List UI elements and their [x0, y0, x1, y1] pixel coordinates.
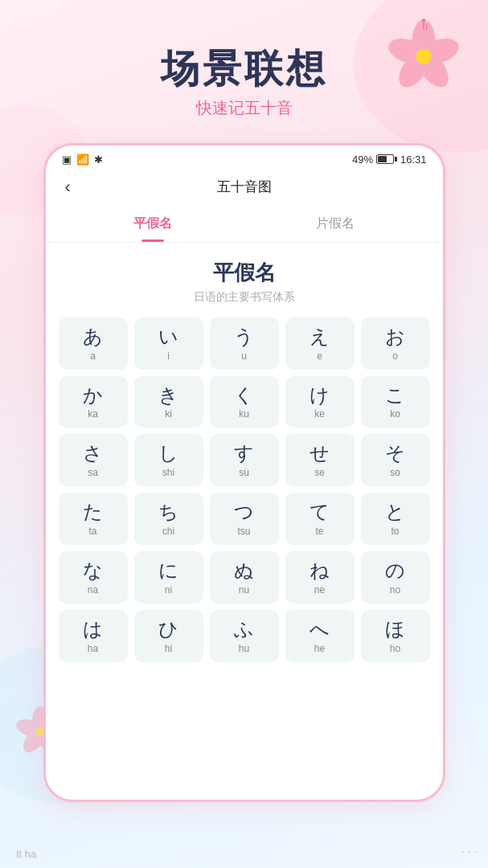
kana-char: ち	[158, 501, 178, 524]
kana-romaji: ta	[88, 526, 96, 537]
nav-title: 五十音图	[217, 178, 272, 196]
kana-char: さ	[83, 442, 103, 465]
kana-char: か	[83, 384, 103, 407]
kana-romaji: ki	[165, 408, 172, 420]
kana-cell[interactable]: なna	[59, 551, 128, 604]
kana-cell[interactable]: へhe	[285, 610, 355, 662]
kana-char: そ	[385, 442, 405, 465]
hero-title: 场景联想	[0, 48, 488, 91]
kana-cell[interactable]: あa	[59, 317, 128, 370]
kana-char: ひ	[158, 618, 178, 641]
tab-hiragana[interactable]: 平假名	[62, 207, 244, 242]
kana-romaji: a	[90, 350, 96, 362]
battery-icon	[376, 154, 394, 164]
kana-char: き	[158, 384, 178, 407]
kana-cell[interactable]: にni	[134, 551, 203, 604]
kana-char: え	[310, 326, 330, 349]
kana-cell[interactable]: くku	[210, 376, 279, 428]
kana-romaji: u	[241, 350, 247, 362]
kana-char: に	[158, 559, 178, 583]
hero-subtitle: 快速记五十音	[0, 97, 488, 119]
kana-cell[interactable]: そso	[361, 434, 430, 486]
kana-char: お	[385, 326, 405, 349]
tabs-bar: 平假名 片假名	[46, 207, 443, 243]
section-header: 平假名 日语的主要书写体系	[46, 243, 443, 317]
kana-cell[interactable]: ふhu	[210, 610, 279, 662]
kana-romaji: te	[315, 526, 323, 537]
kana-cell[interactable]: きki	[134, 376, 203, 428]
kana-char: け	[310, 384, 330, 407]
kana-romaji: ku	[239, 408, 249, 420]
kana-cell[interactable]: とto	[361, 493, 430, 545]
kana-cell[interactable]: せse	[285, 434, 355, 486]
kana-cell[interactable]: しshi	[134, 434, 203, 486]
kana-cell[interactable]: こko	[361, 376, 430, 428]
kana-char: う	[234, 326, 254, 349]
kana-romaji: sa	[88, 467, 98, 478]
kana-romaji: nu	[239, 584, 249, 596]
kana-cell[interactable]: ひhi	[134, 610, 203, 662]
kana-char: の	[385, 559, 405, 583]
kana-romaji: se	[314, 467, 325, 478]
hero-section: 场景联想 快速记五十音	[0, 0, 488, 143]
kana-romaji: ni	[165, 584, 172, 596]
kana-romaji: no	[390, 584, 400, 596]
kana-romaji: o	[392, 350, 398, 362]
kana-cell[interactable]: うu	[210, 317, 279, 370]
kana-romaji: he	[314, 643, 325, 654]
kana-char: つ	[234, 501, 254, 524]
kana-cell[interactable]: はha	[59, 610, 128, 662]
kana-romaji: i	[167, 350, 170, 362]
kana-char: せ	[310, 442, 330, 465]
kana-romaji: ka	[88, 408, 98, 420]
clock: 16:31	[400, 154, 427, 166]
kana-char: へ	[310, 618, 330, 641]
kana-cell[interactable]: つtsu	[210, 493, 279, 545]
kana-char: し	[158, 442, 178, 465]
kana-cell[interactable]: ねne	[285, 551, 355, 604]
kana-char: す	[234, 442, 254, 465]
decoration-dots: ···	[461, 843, 480, 860]
bluetooth-icon: ✱	[94, 154, 103, 166]
kana-cell[interactable]: おo	[361, 317, 430, 370]
kana-cell[interactable]: いi	[134, 317, 203, 370]
kana-char: ぬ	[234, 559, 254, 583]
kana-cell[interactable]: ぬnu	[210, 551, 279, 604]
kana-romaji: tsu	[237, 526, 250, 537]
kana-romaji: ko	[390, 408, 400, 420]
kana-romaji: hu	[239, 643, 249, 654]
kana-char: あ	[83, 326, 103, 349]
kana-cell[interactable]: たta	[59, 493, 128, 545]
kana-char: と	[385, 501, 405, 524]
section-title: 平假名	[46, 259, 443, 287]
sim-icon: ▣	[62, 154, 72, 166]
section-description: 日语的主要书写体系	[46, 290, 443, 305]
tab-katakana[interactable]: 片假名	[244, 207, 427, 242]
kana-cell[interactable]: ちchi	[134, 493, 203, 545]
kana-cell[interactable]: ほho	[361, 610, 430, 662]
kana-romaji: shi	[162, 467, 174, 478]
kana-char: ほ	[385, 618, 405, 641]
kana-char: て	[310, 501, 330, 524]
back-button[interactable]: ‹	[59, 174, 77, 201]
kana-char: ふ	[234, 618, 254, 641]
kana-cell[interactable]: けke	[285, 376, 355, 428]
kana-romaji: ke	[314, 408, 325, 420]
kana-cell[interactable]: えe	[285, 317, 355, 370]
kana-char: い	[158, 326, 178, 349]
battery-percent: 49%	[352, 154, 373, 166]
status-right: 49% 16:31	[352, 154, 427, 166]
kana-grid: あaいiうuえeおoかkaきkiくkuけkeこkoさsaしshiすsuせseそs…	[46, 317, 443, 675]
kana-cell[interactable]: のno	[361, 551, 430, 604]
kana-romaji: ho	[390, 643, 400, 654]
kana-romaji: ne	[314, 584, 325, 596]
kana-cell[interactable]: てte	[285, 493, 355, 545]
kana-cell[interactable]: さsa	[59, 434, 128, 486]
kana-cell[interactable]: かka	[59, 376, 128, 428]
kana-romaji: na	[88, 584, 98, 596]
kana-char: ね	[310, 559, 330, 583]
kana-romaji: chi	[162, 526, 174, 537]
bottom-hint: It ha	[16, 848, 36, 860]
kana-romaji: su	[239, 467, 249, 478]
kana-cell[interactable]: すsu	[210, 434, 279, 486]
